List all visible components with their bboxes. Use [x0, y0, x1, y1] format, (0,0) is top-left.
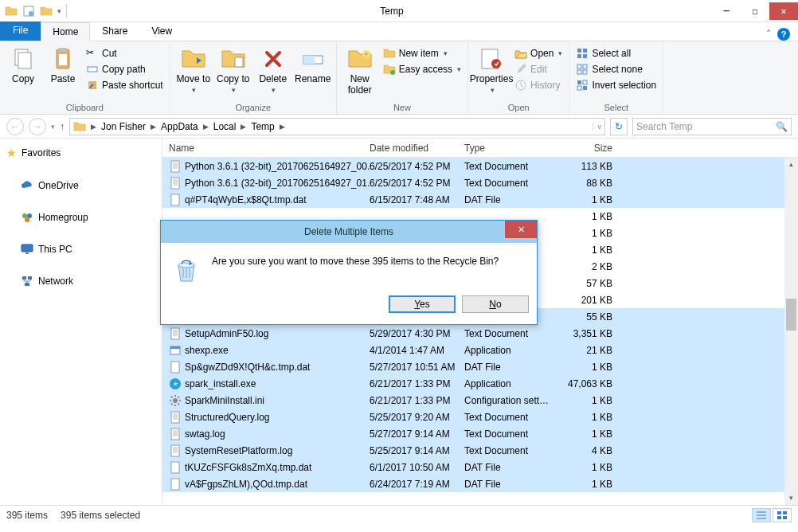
maximize-button[interactable]: ☐: [741, 2, 769, 20]
file-row[interactable]: vA$FgpsZhLM),QOd.tmp.dat6/24/2017 7:19 A…: [162, 475, 798, 492]
address-bar[interactable]: ▶ Jon Fisher ▶ AppData ▶ Local ▶ Temp ▶ …: [69, 118, 605, 135]
crumb-2[interactable]: Local: [213, 121, 237, 132]
dialog-no-button[interactable]: No: [462, 295, 529, 313]
file-name: SparkMiniInstall.ini: [185, 395, 264, 406]
file-row[interactable]: Python 3.6.1 (32-bit)_20170625164927_00……: [162, 158, 798, 174]
qat-newfolder-icon[interactable]: [40, 5, 53, 18]
dialog-message: Are you sure you want to move these 395 …: [212, 256, 499, 267]
file-row[interactable]: SystemResetPlatform.log5/25/2017 9:14 AM…: [162, 442, 798, 459]
folder-icon: [73, 120, 86, 133]
file-row[interactable]: spark_install.exe6/21/2017 1:33 PMApplic…: [162, 375, 798, 392]
svg-rect-25: [59, 48, 67, 52]
column-headers[interactable]: Name Date modified Type Size: [162, 139, 798, 158]
search-box[interactable]: 🔍: [632, 118, 792, 135]
file-row[interactable]: Sp&gwZDd9X!QtH&c.tmp.dat5/27/2017 10:51 …: [162, 358, 798, 375]
file-type: Text Document: [464, 161, 563, 172]
sidebar-homegroup[interactable]: Homegroup: [0, 209, 162, 226]
col-name[interactable]: Name: [162, 143, 370, 154]
file-row[interactable]: shexp.exe4/1/2014 1:47 AMApplication21 K…: [162, 342, 798, 358]
chevron-right-icon[interactable]: ▶: [278, 123, 287, 131]
monitor-icon: [21, 243, 33, 256]
file-date: 5/25/2017 9:20 AM: [370, 412, 464, 423]
sidebar-this-pc[interactable]: This PC: [0, 241, 162, 258]
minimize-button[interactable]: ─: [712, 2, 741, 20]
file-row[interactable]: q#PT4qWybE,x$8Qt.tmp.dat6/15/2017 7:48 A…: [162, 191, 798, 208]
recent-dropdown-icon[interactable]: ▾: [51, 123, 55, 131]
network-icon: [21, 275, 33, 288]
back-button[interactable]: ←: [6, 118, 24, 135]
file-row[interactable]: Python 3.6.1 (32-bit)_20170625164927_01……: [162, 174, 798, 191]
help-icon[interactable]: ?: [777, 28, 790, 41]
chevron-right-icon[interactable]: ▶: [201, 123, 210, 131]
crumb-3[interactable]: Temp: [251, 121, 274, 132]
paste-shortcut-button[interactable]: Paste shortcut: [84, 78, 165, 92]
file-size: 1 KB: [563, 462, 619, 473]
up-button[interactable]: ↑: [60, 121, 65, 132]
paste-button[interactable]: Paste: [45, 46, 81, 84]
invert-selection-button[interactable]: Invert selection: [574, 78, 658, 92]
svg-rect-52: [22, 276, 26, 280]
properties-button[interactable]: Properties: [473, 46, 510, 94]
new-item-button[interactable]: New item: [381, 46, 463, 61]
shortcut-icon: [86, 79, 99, 92]
refresh-button[interactable]: ↻: [610, 118, 628, 135]
qat-properties-icon[interactable]: [22, 5, 35, 18]
file-date: 5/25/2017 9:14 AM: [370, 445, 464, 456]
crumb-0[interactable]: Jon Fisher: [101, 121, 146, 132]
select-none-button[interactable]: Select none: [574, 62, 658, 76]
qat-folder-icon[interactable]: [5, 5, 18, 18]
qat-dropdown-icon[interactable]: ▾: [57, 7, 61, 15]
new-folder-button[interactable]: New folder: [342, 46, 378, 96]
file-icon: [169, 428, 182, 440]
dialog-yes-button[interactable]: Yes: [389, 295, 456, 313]
sidebar-favorites[interactable]: ★ Favorites: [0, 143, 162, 162]
history-button[interactable]: History: [513, 78, 564, 92]
scroll-up-icon[interactable]: ▴: [784, 158, 798, 171]
cut-button[interactable]: ✂Cut: [84, 46, 165, 61]
rename-button[interactable]: Rename: [295, 46, 331, 84]
col-date[interactable]: Date modified: [370, 143, 464, 154]
file-type: Text Document: [464, 445, 563, 456]
delete-button[interactable]: Delete: [255, 46, 291, 94]
file-tab[interactable]: File: [0, 22, 41, 41]
close-button[interactable]: ✕: [769, 2, 798, 20]
thumbnails-view-button[interactable]: [773, 508, 792, 522]
edit-button[interactable]: Edit: [513, 62, 564, 76]
address-dropdown-icon[interactable]: v: [593, 123, 602, 131]
file-row[interactable]: StructuredQuery.log5/25/2017 9:20 AMText…: [162, 409, 798, 425]
vertical-scrollbar[interactable]: ▴ ▾: [784, 158, 798, 505]
move-to-button[interactable]: Move to: [175, 46, 212, 94]
open-button[interactable]: Open: [513, 46, 564, 61]
search-input[interactable]: [636, 121, 776, 132]
sidebar-onedrive[interactable]: OneDrive: [0, 177, 162, 194]
copy-button[interactable]: Copy: [5, 46, 41, 84]
file-date: 6/15/2017 7:48 AM: [370, 194, 464, 205]
file-row[interactable]: SetupAdminF50.log5/29/2017 4:30 PMText D…: [162, 325, 798, 342]
home-tab[interactable]: Home: [41, 22, 90, 41]
select-all-button[interactable]: Select all: [574, 46, 658, 61]
scroll-down-icon[interactable]: ▾: [784, 491, 798, 505]
dialog-close-button[interactable]: ✕: [505, 221, 537, 238]
file-row[interactable]: tKUZcFSFGk8sZmXq.tmp.dat6/1/2017 10:50 A…: [162, 459, 798, 475]
dialog-title-bar[interactable]: Delete Multiple Items ✕: [161, 221, 537, 243]
file-row[interactable]: swtag.log5/27/2017 9:14 AMText Document1…: [162, 425, 798, 442]
crumb-1[interactable]: AppData: [161, 121, 198, 132]
easy-access-button[interactable]: Easy access: [381, 62, 463, 76]
col-size[interactable]: Size: [563, 143, 619, 154]
file-row[interactable]: SparkMiniInstall.ini6/21/2017 1:33 PMCon…: [162, 392, 798, 409]
scroll-thumb[interactable]: [786, 299, 796, 331]
file-size: 1 KB: [563, 211, 619, 222]
copy-to-button[interactable]: Copy to: [215, 46, 252, 94]
col-type[interactable]: Type: [464, 143, 563, 154]
share-tab[interactable]: Share: [90, 22, 139, 41]
forward-button[interactable]: →: [29, 118, 46, 135]
chevron-right-icon[interactable]: ▶: [149, 123, 158, 131]
open-group-label: Open: [473, 103, 564, 114]
sidebar-network[interactable]: Network: [0, 272, 162, 290]
collapse-ribbon-icon[interactable]: ˄: [766, 29, 771, 40]
chevron-right-icon[interactable]: ▶: [89, 123, 98, 131]
copy-path-button[interactable]: Copy path: [84, 62, 165, 76]
chevron-right-icon[interactable]: ▶: [239, 123, 248, 131]
view-tab[interactable]: View: [139, 22, 184, 41]
details-view-button[interactable]: [752, 508, 771, 522]
